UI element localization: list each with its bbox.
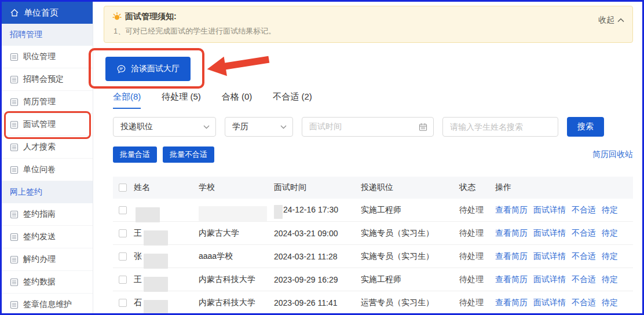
- op-link[interactable]: 不合适: [572, 274, 596, 285]
- sidebar-item[interactable]: 签约数据: [2, 271, 93, 294]
- doc-icon: [10, 143, 19, 152]
- cell-name: 王: [134, 272, 199, 287]
- doc-icon: [10, 75, 19, 84]
- op-link[interactable]: 面试详情: [533, 298, 566, 308]
- tab[interactable]: 待处理 (5): [162, 91, 201, 109]
- op-link[interactable]: 不合适: [572, 228, 596, 239]
- table-row: 24-12-16 17:30 实施工程师 待处理 查看简历面试详情不合适待定: [113, 199, 633, 222]
- cell-ops: 查看简历面试详情不合适待定: [495, 298, 633, 308]
- table-header-row: 姓名学校面试时间投递职位状态操作: [113, 177, 633, 199]
- sidebar-item-label: 人才搜索: [23, 142, 56, 152]
- table-row: 张 aaaa学校 2024-03-21 11:28 实施专员（实习生） 待处理 …: [113, 245, 633, 268]
- op-link[interactable]: 面试详情: [533, 205, 566, 215]
- doc-icon: [10, 98, 19, 107]
- notice-line: 1、可对已经完成面试的学生进行面试结果标记。: [112, 26, 276, 36]
- batch-unsuitable-button[interactable]: 批量不合适: [163, 146, 214, 163]
- op-link[interactable]: 不合适: [572, 251, 596, 262]
- op-link[interactable]: 查看简历: [495, 251, 528, 262]
- cell-status: 待处理: [459, 205, 495, 215]
- table-row: 石 内蒙古科技大学 2023-09-26 11:41 运营专员（实习生） 待处理…: [113, 291, 633, 313]
- cell-status: 待处理: [459, 274, 495, 285]
- redacted-name: [136, 207, 160, 222]
- cell-time: 2024-03-21 09:00: [274, 229, 361, 238]
- interview-date-input[interactable]: 面试时间: [302, 117, 434, 137]
- row-checkbox[interactable]: [119, 206, 127, 214]
- cell-position: 运营专员（实习生）: [361, 298, 459, 308]
- sidebar-item-label: 签约发送: [23, 232, 56, 242]
- education-select[interactable]: 学历: [225, 117, 293, 137]
- cell-position: 实施专员（实习生）: [361, 251, 459, 262]
- select-all-checkbox[interactable]: [119, 184, 127, 192]
- sidebar-item-label: 单位问卷: [23, 164, 56, 175]
- cell-school: [199, 203, 274, 218]
- sidebar-item[interactable]: 单位问卷: [2, 159, 93, 181]
- interview-table: 姓名学校面试时间投递职位状态操作 24-12-16 17:30 实施工程师 待处…: [113, 177, 633, 313]
- doc-icon: [10, 301, 19, 309]
- sidebar-header-home[interactable]: 单位首页: [2, 2, 93, 24]
- position-select[interactable]: 投递职位: [113, 117, 216, 137]
- op-link[interactable]: 不合适: [572, 205, 596, 215]
- batch-suitable-button[interactable]: 批量合适: [113, 146, 157, 163]
- op-link[interactable]: 面试详情: [533, 228, 566, 239]
- cell-school: 内蒙古大学: [199, 228, 274, 239]
- doc-icon: [10, 210, 19, 219]
- op-link[interactable]: 查看简历: [495, 205, 528, 215]
- student-name-search-input[interactable]: [442, 117, 558, 137]
- tab[interactable]: 不合适 (2): [273, 91, 312, 109]
- education-select-label: 学历: [232, 122, 248, 132]
- op-link[interactable]: 面试详情: [533, 274, 566, 285]
- home-icon: [10, 8, 19, 17]
- row-checkbox[interactable]: [119, 299, 127, 307]
- row-checkbox[interactable]: [119, 252, 127, 261]
- redacted-school: [199, 206, 267, 221]
- interview-hall-label: 洽谈面试大厅: [131, 64, 180, 74]
- interview-hall-button[interactable]: 洽谈面试大厅: [105, 57, 191, 81]
- op-link[interactable]: 待定: [602, 251, 618, 262]
- chevron-up-icon: [617, 18, 624, 23]
- op-link[interactable]: 不合适: [572, 298, 596, 308]
- redacted-name: [144, 230, 168, 246]
- sidebar-item[interactable]: 签章信息维护: [2, 294, 93, 313]
- op-link[interactable]: 待定: [602, 205, 618, 215]
- row-checkbox[interactable]: [119, 229, 127, 237]
- op-link[interactable]: 查看简历: [495, 228, 528, 239]
- table-row: 王 内蒙古科技大学 2023-09-29 16:29 实施工程师 待处理 查看简…: [113, 268, 633, 291]
- sidebar-item[interactable]: 解约办理: [2, 248, 93, 271]
- status-tabs: 全部(8)待处理 (5)合格 (0)不合适 (2): [113, 91, 633, 109]
- tab[interactable]: 全部(8): [113, 91, 141, 109]
- doc-icon: [10, 166, 19, 174]
- op-link[interactable]: 查看简历: [495, 298, 528, 308]
- table-row: 王 内蒙古大学 2024-03-21 09:00 实施专员（实习生） 待处理 查…: [113, 222, 633, 245]
- sidebar-item[interactable]: 人才搜索: [2, 136, 93, 159]
- sidebar-item[interactable]: 面试管理: [2, 113, 93, 136]
- cell-position: 实施工程师: [361, 274, 459, 285]
- column-header: 姓名: [134, 182, 199, 193]
- sidebar-item[interactable]: 招聘会预定: [2, 68, 93, 91]
- op-link[interactable]: 待定: [602, 298, 618, 308]
- sidebar-item-label: 解约办理: [23, 254, 56, 265]
- op-link[interactable]: 查看简历: [495, 274, 528, 285]
- redacted-name: [144, 300, 168, 314]
- cell-status: 待处理: [459, 251, 495, 262]
- app-window: 单位首页 招聘管理职位管理招聘会预定简历管理面试管理人才搜索单位问卷网上签约签约…: [0, 0, 644, 315]
- cell-school: aaaa学校: [199, 251, 274, 262]
- position-select-label: 投递职位: [120, 122, 153, 132]
- sidebar-item[interactable]: 签约指南: [2, 203, 93, 226]
- search-button[interactable]: 搜索: [567, 117, 604, 137]
- op-link[interactable]: 待定: [602, 274, 618, 285]
- tab[interactable]: 合格 (0): [222, 91, 253, 109]
- op-link[interactable]: 待定: [602, 228, 618, 239]
- column-header: 操作: [495, 182, 633, 193]
- sidebar-item[interactable]: 签约发送: [2, 226, 93, 248]
- collapse-toggle[interactable]: 收起: [598, 14, 624, 26]
- sidebar-item-label: 签约数据: [23, 277, 56, 287]
- resume-recycle-link[interactable]: 简历回收站: [592, 149, 633, 160]
- sidebar-item[interactable]: 职位管理: [2, 46, 93, 68]
- row-checkbox[interactable]: [119, 276, 127, 284]
- op-link[interactable]: 面试详情: [533, 251, 566, 262]
- bulb-icon: [112, 12, 122, 21]
- cell-status: 待处理: [459, 298, 495, 308]
- sidebar-home-label: 单位首页: [24, 8, 58, 19]
- sidebar-item[interactable]: 简历管理: [2, 91, 93, 113]
- cell-name: 张: [134, 249, 199, 264]
